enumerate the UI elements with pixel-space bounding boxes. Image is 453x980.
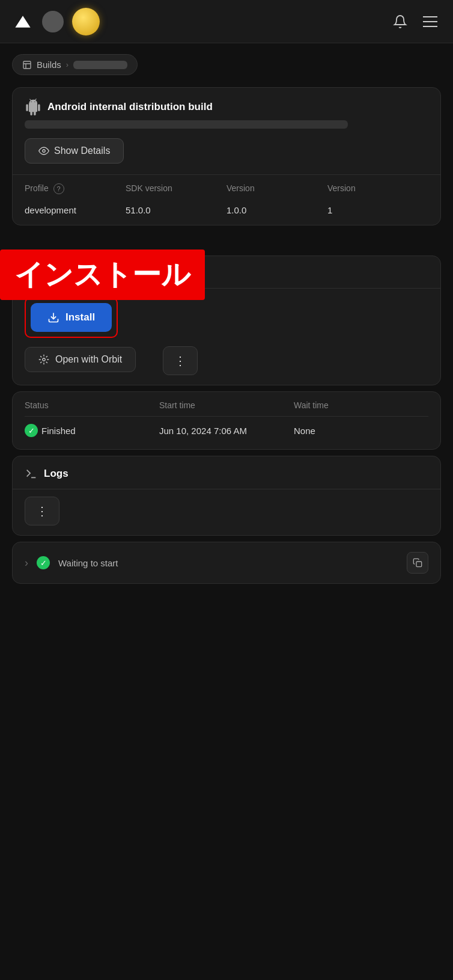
status-table: Status Start time Wait time ✓ Finished J… — [13, 392, 440, 449]
status-table-header: Status Start time Wait time — [25, 400, 428, 417]
waiting-check-icon: ✓ — [37, 556, 50, 569]
install-button[interactable]: Install — [31, 303, 112, 332]
profile-table: Profile ? SDK version Version Version de… — [13, 174, 440, 225]
status-card: Status Start time Wait time ✓ Finished J… — [12, 391, 441, 450]
wait-time-value: None — [294, 426, 428, 436]
waiting-text: Waiting to start — [58, 558, 118, 568]
status-col-header: Status — [25, 400, 159, 410]
show-details-label: Show Details — [54, 145, 110, 156]
install-button-highlight: Install — [25, 297, 118, 338]
svg-marker-0 — [15, 16, 30, 28]
waiting-chevron-icon: › — [25, 557, 28, 569]
breadcrumb: Builds › — [0, 43, 453, 81]
start-time-col-header: Start time — [159, 400, 294, 410]
copy-button[interactable] — [407, 552, 428, 574]
user-avatar-yellow[interactable] — [72, 8, 100, 35]
builds-icon — [22, 60, 32, 70]
install-label: Install — [65, 311, 95, 323]
profile-table-header: Profile ? SDK version Version Version — [25, 183, 428, 200]
orbit-label: Open with Orbit — [55, 354, 122, 365]
logs-more-options-button[interactable]: ⋮ — [25, 497, 59, 525]
logs-title: Logs — [44, 468, 68, 480]
svg-point-5 — [43, 150, 46, 153]
svg-point-7 — [43, 358, 46, 361]
eye-icon — [38, 145, 49, 156]
app-header — [0, 0, 453, 43]
check-circle-icon: ✓ — [25, 424, 38, 437]
install-overlay-text: インストール — [0, 250, 205, 300]
logs-card: Logs ⋮ — [12, 456, 441, 536]
start-time-value: Jun 10, 2024 7:06 AM — [159, 426, 294, 436]
waiting-card: › ✓ Waiting to start — [12, 542, 441, 584]
notification-bell-icon[interactable] — [389, 11, 411, 32]
version-num-value: 1 — [327, 205, 428, 215]
install-icon — [47, 311, 59, 323]
show-details-button[interactable]: Show Details — [25, 138, 124, 164]
version-value: 1.0.0 — [227, 205, 327, 215]
logs-header: Logs — [13, 456, 440, 489]
profile-col-header: Profile ? — [25, 183, 126, 194]
status-badge: ✓ Finished — [25, 424, 76, 437]
app-logo — [12, 11, 34, 32]
logs-three-dots-icon: ⋮ — [36, 504, 48, 518]
build-title-row: Android internal distribution build — [25, 99, 428, 115]
open-with-orbit-button[interactable]: Open with Orbit — [25, 347, 136, 372]
status-table-row: ✓ Finished Jun 10, 2024 7:06 AM None — [25, 417, 428, 444]
artifact-container: インストール Build artifact APK Install — [0, 256, 453, 385]
hamburger-menu-icon[interactable] — [419, 11, 441, 32]
breadcrumb-builds[interactable]: Builds — [37, 60, 61, 70]
build-title: Android internal distribution build — [47, 101, 213, 113]
terminal-icon — [25, 467, 38, 480]
version-col-header: Version — [227, 183, 327, 194]
profile-value: development — [25, 205, 126, 215]
sdk-version-col-header: SDK version — [126, 183, 227, 194]
build-subtitle-redacted — [25, 120, 348, 129]
status-value: ✓ Finished — [25, 424, 159, 437]
breadcrumb-chevron-icon: › — [66, 60, 68, 69]
breadcrumb-current — [73, 61, 127, 69]
logs-actions: ⋮ — [13, 489, 440, 535]
svg-rect-9 — [416, 562, 422, 567]
user-avatar-gray[interactable] — [42, 11, 64, 32]
clipboard-icon — [413, 558, 422, 568]
android-icon — [25, 99, 41, 115]
svg-rect-4 — [23, 61, 31, 69]
orbit-icon — [38, 354, 49, 365]
sdk-version-value: 51.0.0 — [126, 205, 227, 215]
profile-table-row: development 51.0.0 1.0.0 1 — [25, 200, 428, 220]
build-detail-card: Android internal distribution build Show… — [12, 87, 441, 225]
version-num-col-header: Version — [327, 183, 428, 194]
wait-time-col-header: Wait time — [294, 400, 428, 410]
profile-help-icon[interactable]: ? — [53, 183, 64, 194]
more-options-button[interactable]: ⋮ — [163, 346, 198, 375]
three-dots-icon: ⋮ — [174, 354, 186, 368]
